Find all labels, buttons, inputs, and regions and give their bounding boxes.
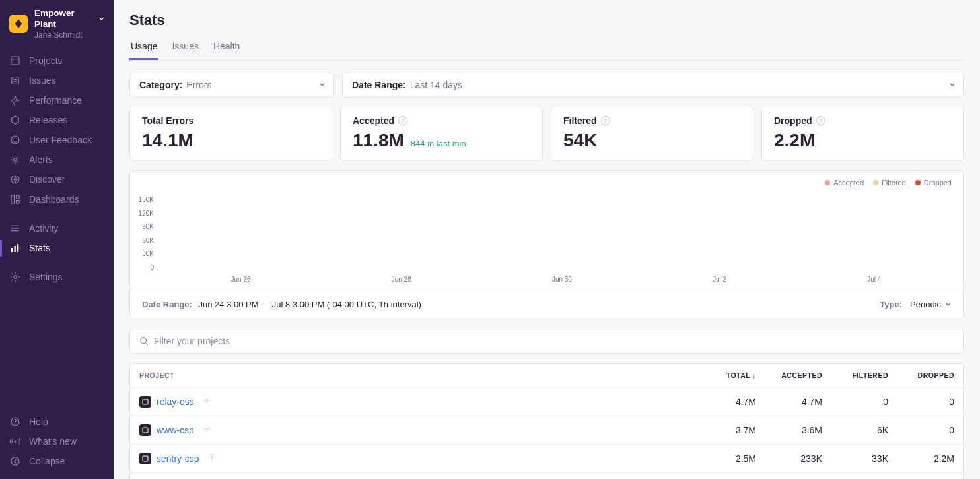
legend-item-accepted[interactable]: Accepted <box>825 179 864 187</box>
svg-rect-10 <box>11 195 15 203</box>
chart-x-axis: Jun 26Jun 28Jun 30Jul 2Jul 4 <box>160 276 952 283</box>
tabs: UsageIssuesHealth <box>129 38 964 61</box>
project-search[interactable] <box>129 329 964 354</box>
settings-icon <box>9 271 21 283</box>
nav-label: Projects <box>29 55 63 66</box>
x-tick: Jul 4 <box>867 276 881 283</box>
main-content: Stats UsageIssuesHealth Category: Errors… <box>114 0 980 479</box>
date-range-filter[interactable]: Date Range: Last 14 days <box>342 73 964 98</box>
card-label: Dropped ? <box>774 115 952 126</box>
card-value: 54K <box>563 130 741 151</box>
tab-health[interactable]: Health <box>212 38 241 60</box>
date-filter-value: Last 14 days <box>410 80 462 90</box>
help-icon[interactable]: ? <box>816 116 825 125</box>
y-tick: 60K <box>130 237 157 244</box>
gear-icon[interactable] <box>202 424 211 436</box>
category-filter[interactable]: Category: Errors <box>129 73 334 98</box>
collapse-icon <box>9 455 21 467</box>
sidebar-item-help[interactable]: Help <box>0 412 114 431</box>
cell-dropped: 0 <box>888 425 954 435</box>
project-link[interactable]: relay-oss <box>157 397 194 407</box>
tab-usage[interactable]: Usage <box>129 38 158 60</box>
gear-icon[interactable] <box>202 396 211 408</box>
org-logo-icon <box>9 15 28 33</box>
sidebar-item-stats[interactable]: Stats <box>0 238 114 258</box>
svg-rect-12 <box>17 200 20 203</box>
card-label: Filtered ? <box>563 115 741 126</box>
svg-point-8 <box>14 158 17 162</box>
svg-rect-30 <box>143 456 148 461</box>
sidebar-item-performance[interactable]: Performance <box>0 90 114 110</box>
tab-issues[interactable]: Issues <box>170 38 199 60</box>
y-tick: 0 <box>130 264 157 271</box>
sidebar-item-activity[interactable]: Activity <box>0 218 114 238</box>
cell-filtered: 33K <box>822 453 888 464</box>
table-row: docs-csp2.2M2.2M2K0 <box>130 473 963 479</box>
sidebar-item-discover[interactable]: Discover <box>0 170 114 189</box>
cell-total: 3.7M <box>690 425 756 435</box>
col-header-dropped[interactable]: DROPPED <box>888 371 954 379</box>
legend-item-filtered[interactable]: Filtered <box>873 179 906 187</box>
help-icon[interactable]: ? <box>601 116 610 125</box>
card-value: 2.2M <box>774 130 952 151</box>
chevron-down-icon <box>98 16 104 22</box>
sidebar-item-user-feedback[interactable]: User Feedback <box>0 130 114 150</box>
svg-point-24 <box>141 338 147 344</box>
chevron-down-icon <box>949 80 956 90</box>
nav-label: Releases <box>29 115 67 125</box>
help-icon[interactable]: ? <box>398 116 407 125</box>
project-link[interactable]: sentry-csp <box>157 453 199 464</box>
cell-dropped: 2.2M <box>888 453 954 464</box>
sidebar-item-projects[interactable]: Projects <box>0 51 114 71</box>
stats-icon <box>9 242 21 254</box>
nav-label: Help <box>29 416 48 427</box>
chart-plot-area[interactable] <box>160 196 952 271</box>
nav-label: Settings <box>29 272 63 282</box>
svg-point-31 <box>211 456 213 459</box>
dashboards-icon <box>9 193 21 205</box>
nav-label: Collapse <box>29 456 65 466</box>
legend-dot-icon <box>873 180 878 185</box>
svg-point-23 <box>11 457 19 465</box>
col-header-accepted[interactable]: ACCEPTED <box>756 371 822 379</box>
table-header-row: PROJECT TOTAL↓ ACCEPTED FILTERED DROPPED <box>130 364 963 388</box>
col-header-filtered[interactable]: FILTERED <box>822 371 888 379</box>
legend-dot-icon <box>915 180 921 185</box>
sidebar-item-collapse[interactable]: Collapse <box>0 451 114 471</box>
col-header-total[interactable]: TOTAL↓ <box>690 371 756 379</box>
org-switcher[interactable]: Empower Plant Jane Schmidt <box>0 0 114 47</box>
y-tick: 30K <box>130 250 157 257</box>
sidebar-item-settings[interactable]: Settings <box>0 267 114 287</box>
nav-label: Discover <box>29 174 65 185</box>
col-header-project[interactable]: PROJECT <box>139 371 690 379</box>
cell-total: 2.5M <box>690 453 756 464</box>
category-filter-value: Errors <box>186 80 211 90</box>
gear-icon[interactable] <box>207 453 217 464</box>
activity-icon <box>9 222 21 234</box>
sidebar-item-releases[interactable]: Releases <box>0 110 114 130</box>
issues-icon <box>9 75 21 86</box>
svg-point-5 <box>11 136 19 144</box>
releases-icon <box>9 114 21 126</box>
chart-date-range: Date Range: Jun 24 3:00 PM — Jul 8 3:00 … <box>142 300 421 309</box>
project-link[interactable]: www-csp <box>157 425 194 435</box>
sidebar-item-issues[interactable]: Issues <box>0 71 114 90</box>
x-tick: Jul 2 <box>713 276 726 283</box>
legend-item-dropped[interactable]: Dropped <box>915 179 952 187</box>
alerts-icon <box>9 154 21 166</box>
nav-label: Stats <box>29 243 50 253</box>
project-platform-icon <box>139 453 151 464</box>
sidebar-item-what-s-new[interactable]: What's new <box>0 431 114 451</box>
summary-card-accepted: Accepted ?11.8M844 in last min <box>340 106 543 161</box>
project-cell: www-csp <box>139 424 690 436</box>
svg-rect-0 <box>11 57 19 65</box>
sidebar-item-alerts[interactable]: Alerts <box>0 150 114 170</box>
project-cell: relay-oss <box>139 396 690 408</box>
cell-total: 4.7M <box>690 397 756 407</box>
project-search-input[interactable] <box>154 336 954 346</box>
chart-type-select[interactable]: Type: Periodic <box>880 300 952 309</box>
performance-icon <box>9 94 21 106</box>
card-subtext: 844 in last min <box>411 139 466 148</box>
sidebar-item-dashboards[interactable]: Dashboards <box>0 189 114 209</box>
card-value: 14.1M <box>142 130 320 151</box>
